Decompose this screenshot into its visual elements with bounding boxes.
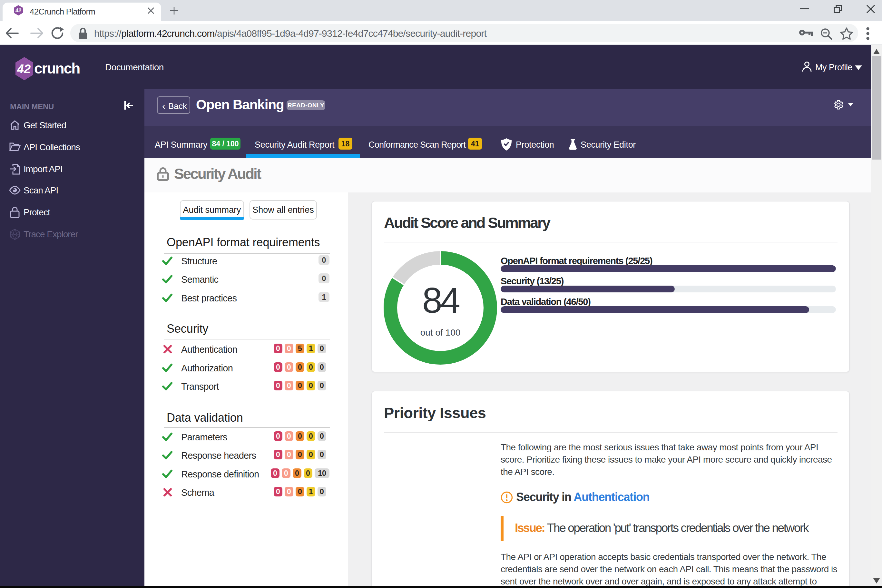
svg-text:42: 42 <box>17 62 31 76</box>
svg-text:42: 42 <box>15 8 21 13</box>
